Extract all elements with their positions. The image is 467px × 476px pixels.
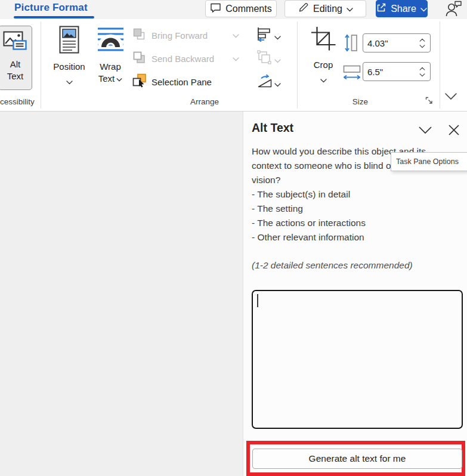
group-button (256, 50, 272, 67)
selection-pane-label: Selection Pane (151, 77, 212, 87)
alt-text-button[interactable]: Alt Text (0, 26, 32, 90)
size-group-label: Size (339, 97, 382, 106)
bring-forward-label: Bring Forward (151, 30, 208, 41)
send-backward-icon (132, 51, 146, 66)
selection-pane-icon (132, 73, 147, 90)
collapse-ribbon-button[interactable] (444, 92, 457, 103)
accessibility-group-label: cessibility (0, 97, 38, 106)
chevron-down-icon (418, 126, 432, 134)
account-button[interactable] (441, 0, 465, 18)
alt-text-icon (3, 31, 27, 54)
comments-label: Comments (225, 4, 271, 14)
spin-up-button[interactable] (419, 67, 425, 70)
share-label: Share (391, 4, 416, 14)
comment-icon (210, 2, 221, 16)
alt-text-label-2: Text (7, 70, 24, 82)
ribbon: Alt Text cessibility Position Wrap (0, 19, 467, 112)
alt-text-input[interactable] (252, 290, 463, 429)
close-icon (448, 124, 460, 136)
chevron-down-icon (233, 30, 239, 41)
spin-down-button[interactable] (419, 73, 425, 77)
pane-close-button[interactable] (446, 122, 462, 138)
bring-forward-icon (132, 27, 146, 43)
wrap-text-icon (97, 26, 125, 57)
shape-height-field[interactable] (363, 33, 431, 52)
pane-options-button[interactable] (416, 123, 434, 137)
group-separator (297, 21, 298, 109)
wrap-text-button[interactable]: Wrap Text (91, 26, 130, 90)
generate-alt-text-label: Generate alt text for me (309, 453, 406, 464)
pane-title: Alt Text (252, 121, 293, 135)
tooltip-text: Task Pane Options (396, 157, 459, 166)
shape-height-icon (344, 33, 358, 55)
position-label: Position (53, 61, 85, 73)
comments-button[interactable]: Comments (205, 0, 277, 17)
spin-up-button[interactable] (419, 38, 425, 42)
chevron-down-icon (116, 73, 122, 84)
send-backward-label: Send Backward (151, 54, 214, 64)
tooltip-task-pane-options: Task Pane Options (391, 152, 467, 171)
pane-hint: (1-2 detailed sentences recommended) (252, 260, 413, 271)
wrap-text-label-2: Text (98, 73, 123, 85)
chevron-down-icon (66, 76, 73, 88)
align-button[interactable] (256, 26, 272, 44)
text-caret (257, 294, 258, 307)
rotate-button[interactable] (257, 74, 273, 91)
shape-width-input[interactable] (363, 67, 419, 77)
group-objects-icon (256, 50, 272, 65)
document-area[interactable] (0, 112, 243, 476)
group-dropdown-chevron (274, 55, 281, 66)
spin-down-button[interactable] (419, 45, 425, 48)
chevron-down-icon (444, 92, 457, 100)
wrap-text-label-1: Wrap (100, 61, 121, 73)
chevron-down-icon (420, 4, 427, 14)
size-dialog-launcher[interactable] (425, 96, 434, 107)
person-icon (444, 0, 463, 20)
share-icon (376, 2, 386, 15)
editing-button[interactable]: Editing (284, 0, 366, 17)
active-tab-underline (14, 16, 94, 18)
chevron-down-icon (233, 53, 239, 64)
shape-height-input[interactable] (363, 38, 419, 48)
crop-icon (310, 26, 337, 55)
share-button[interactable]: Share (376, 0, 428, 17)
shape-width-field[interactable] (363, 62, 431, 81)
arrange-group-label: Arrange (170, 97, 239, 106)
dialog-launcher-icon (425, 96, 434, 105)
align-dropdown-chevron[interactable] (274, 32, 281, 42)
group-separator (41, 21, 41, 109)
rotate-icon (257, 74, 273, 88)
rotate-dropdown-chevron[interactable] (274, 79, 281, 89)
chevron-down-icon (347, 4, 353, 14)
pencil-icon (298, 2, 309, 16)
tab-picture-format[interactable]: Picture Format (14, 2, 88, 14)
shape-width-icon (342, 64, 361, 84)
chevron-down-icon (320, 74, 327, 86)
crop-label: Crop (314, 59, 333, 71)
group-separator (440, 21, 440, 109)
generate-alt-text-button[interactable]: Generate alt text for me (252, 449, 462, 469)
position-button[interactable]: Position (50, 26, 88, 90)
align-icon (256, 26, 272, 42)
position-icon (59, 26, 79, 57)
alt-text-label-1: Alt (10, 58, 21, 70)
editing-label: Editing (313, 4, 342, 14)
tab-bar: Picture Format Comments Editing Share (0, 0, 467, 19)
crop-button[interactable]: Crop (302, 26, 345, 88)
